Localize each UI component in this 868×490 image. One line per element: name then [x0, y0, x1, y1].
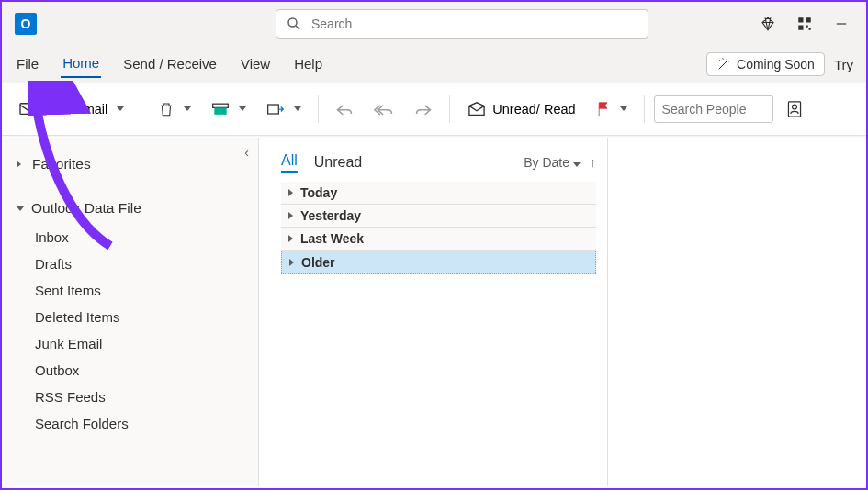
flag-icon [596, 101, 611, 117]
address-book-button[interactable] [779, 95, 810, 124]
folder-inbox[interactable]: Inbox [31, 224, 258, 251]
message-list-pane: All Unread By Date ↑ Today Yesterday Las… [259, 138, 608, 486]
coming-soon-button[interactable]: Coming Soon [706, 52, 825, 76]
global-search[interactable] [276, 9, 648, 39]
move-button[interactable] [259, 95, 309, 123]
new-email-button[interactable]: New Email [11, 95, 131, 123]
filter-all[interactable]: All [281, 152, 298, 173]
svg-rect-4 [798, 26, 803, 30]
group-older[interactable]: Older [281, 251, 596, 274]
group-yesterday[interactable]: Yesterday [281, 205, 596, 228]
svg-rect-10 [215, 107, 227, 115]
list-header: All Unread By Date ↑ [281, 152, 596, 173]
tab-home[interactable]: Home [61, 51, 101, 78]
folder-junk[interactable]: Junk Email [31, 330, 258, 357]
try-label[interactable]: Try [834, 57, 853, 72]
forward-button[interactable] [407, 96, 440, 122]
tab-send-receive[interactable]: Send / Receive [121, 52, 219, 77]
forward-icon [414, 102, 433, 117]
filter-unread[interactable]: Unread [314, 154, 362, 171]
folder-drafts[interactable]: Drafts [31, 251, 258, 277]
trash-icon [158, 101, 175, 117]
folder-pane: ‹ Favorites Outlook Data File Inbox Draf… [4, 138, 259, 486]
delete-button[interactable] [151, 95, 198, 123]
folder-sent[interactable]: Sent Items [31, 277, 258, 304]
svg-line-1 [296, 26, 299, 29]
folder-search[interactable]: Search Folders [31, 410, 258, 437]
svg-rect-9 [213, 104, 229, 107]
tab-file[interactable]: File [15, 52, 40, 77]
minimize-icon[interactable] [833, 16, 850, 32]
menu-bar: File Home Send / Receive View Help Comin… [2, 46, 866, 83]
move-icon [266, 101, 285, 117]
search-input[interactable] [311, 17, 638, 31]
folder-outbox[interactable]: Outbox [31, 357, 258, 384]
group-today[interactable]: Today [281, 182, 596, 205]
svg-point-0 [288, 18, 297, 27]
outlook-logo: O [15, 13, 37, 35]
flag-button[interactable] [589, 95, 635, 123]
collapse-nav-icon[interactable]: ‹ [244, 145, 249, 160]
favorites-group[interactable]: Favorites [11, 149, 258, 180]
sort-by-date[interactable]: By Date [524, 155, 581, 170]
search-people-input[interactable] [654, 95, 773, 123]
datafile-group[interactable]: Outlook Data File [11, 193, 258, 224]
svg-rect-8 [20, 103, 35, 114]
archive-button[interactable] [204, 96, 254, 122]
svg-rect-11 [268, 105, 279, 114]
content-area: ‹ Favorites Outlook Data File Inbox Draf… [4, 138, 864, 486]
svg-rect-6 [809, 28, 811, 30]
contact-icon [786, 100, 803, 118]
wand-icon [716, 57, 731, 72]
envelope-icon [467, 101, 487, 117]
search-icon [286, 16, 302, 32]
svg-rect-3 [806, 17, 811, 22]
premium-icon[interactable] [760, 16, 776, 32]
title-bar: O [2, 2, 866, 46]
mail-icon [18, 101, 39, 117]
ribbon: New Email Unread/ Read [2, 83, 866, 136]
reply-button[interactable] [328, 96, 361, 122]
reply-icon [335, 102, 354, 117]
svg-point-13 [792, 105, 796, 109]
reading-pane [608, 138, 864, 486]
qr-icon[interactable] [796, 16, 813, 32]
group-last-week[interactable]: Last Week [281, 228, 596, 251]
tab-view[interactable]: View [239, 52, 272, 77]
svg-rect-5 [806, 26, 808, 28]
tab-help[interactable]: Help [292, 52, 324, 77]
svg-rect-2 [798, 17, 803, 22]
unread-read-button[interactable]: Unread/ Read [459, 95, 582, 123]
reply-all-icon [374, 102, 394, 117]
sort-direction-icon[interactable]: ↑ [590, 155, 596, 170]
folder-deleted[interactable]: Deleted Items [31, 304, 258, 330]
reply-all-button[interactable] [366, 96, 401, 122]
folder-rss[interactable]: RSS Feeds [31, 384, 258, 410]
archive-icon [211, 102, 230, 117]
